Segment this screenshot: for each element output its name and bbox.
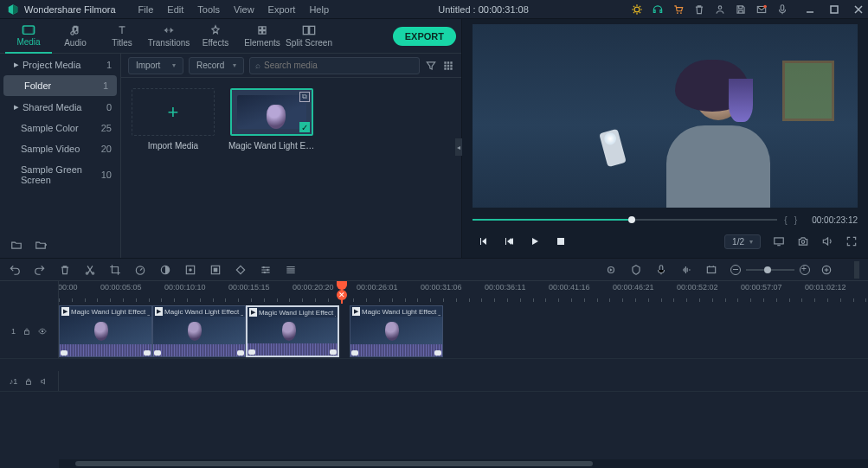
lock-icon[interactable] [24, 377, 33, 386]
clip-handle-right[interactable] [434, 350, 441, 356]
minimize-button[interactable] [804, 3, 816, 16]
marker-icon[interactable] [630, 264, 642, 276]
grid-view-icon[interactable] [442, 60, 454, 72]
clip-handle-right[interactable] [330, 349, 337, 355]
menu-file[interactable]: File [132, 4, 161, 15]
keyframe-icon[interactable] [235, 264, 247, 276]
tab-effects[interactable]: Effects [192, 19, 239, 54]
close-button[interactable] [852, 3, 865, 16]
zoom-out-button[interactable] [730, 265, 741, 275]
expand-toggle[interactable] [854, 261, 859, 279]
tab-media[interactable]: Media [5, 19, 52, 54]
lock-icon[interactable] [23, 327, 31, 336]
tab-titles[interactable]: Titles [99, 19, 145, 54]
audio-track[interactable] [59, 371, 868, 391]
adjust-icon[interactable] [260, 264, 272, 276]
timeline-snapshot-icon[interactable] [705, 264, 717, 276]
trash-icon[interactable] [693, 3, 705, 16]
maximize-button[interactable] [828, 3, 840, 16]
zoom-slider[interactable] [746, 269, 794, 271]
filter-icon[interactable] [425, 60, 437, 72]
speed-icon[interactable] [134, 264, 146, 276]
new-folder-icon[interactable] [10, 239, 23, 251]
menu-edit[interactable]: Edit [160, 4, 190, 15]
import-dropdown[interactable]: Import▾ [128, 57, 183, 74]
tab-transitions[interactable]: Transitions [145, 19, 192, 54]
preview-progress-bar[interactable] [473, 219, 777, 221]
timeline-ruler[interactable]: 00:00:00:0000:00:05:0500:00:10:1000:00:1… [59, 281, 868, 304]
media-clip-card[interactable]: ⧉ ✓ Magic Wand Light Effec... [230, 88, 313, 151]
timeline-clip[interactable]: ▶ Magic Wand Light Effect _ V [152, 305, 246, 357]
menu-view[interactable]: View [227, 4, 261, 15]
tab-elements[interactable]: Elements [239, 19, 286, 54]
scrollbar-thumb[interactable] [75, 461, 593, 466]
progress-knob[interactable] [628, 216, 635, 223]
export-button[interactable]: EXPORT [393, 27, 456, 46]
premium-icon[interactable] [631, 3, 643, 16]
crop-icon[interactable] [109, 264, 121, 276]
split-icon[interactable] [84, 264, 96, 276]
volume-icon[interactable] [821, 235, 833, 247]
record-dropdown[interactable]: Record▾ [189, 57, 244, 74]
render-icon[interactable] [285, 264, 297, 276]
clip-handle-right[interactable] [144, 350, 151, 356]
sidebar-item-folder[interactable]: Folder1 [3, 75, 117, 96]
in-out-brackets[interactable]: {} [784, 215, 797, 225]
sidebar-item-project-media[interactable]: ▸Project Media1 [0, 54, 120, 75]
audio-stretch-icon[interactable] [680, 264, 692, 276]
sidebar-item-sample-video[interactable]: Sample Video20 [0, 138, 120, 159]
display-quality-icon[interactable] [773, 235, 785, 247]
search-media[interactable]: ⌕ [249, 57, 420, 74]
redo-icon[interactable] [34, 264, 46, 276]
clip-handle-left[interactable] [351, 350, 358, 356]
menu-help[interactable]: Help [302, 4, 336, 15]
speaker-icon[interactable] [40, 377, 48, 386]
record-voiceover-icon[interactable] [605, 264, 617, 276]
preview-zoom-dropdown[interactable]: 1/2▾ [724, 234, 761, 249]
sidebar-item-sample-color[interactable]: Sample Color25 [0, 118, 120, 138]
menu-tools[interactable]: Tools [190, 4, 227, 15]
video-track[interactable]: ▶ Magic Wand Light Effect _ V ▶ Magic Wa… [59, 304, 868, 358]
headset-icon[interactable] [652, 3, 664, 16]
save-icon[interactable] [735, 3, 747, 16]
mask-icon[interactable] [209, 264, 222, 276]
zoom-fit-icon[interactable] [820, 264, 833, 276]
zoom-in-button[interactable] [800, 265, 810, 275]
step-back-button[interactable] [502, 234, 516, 248]
timeline-clip[interactable]: ▶ Magic Wand Light Effect _ V [350, 305, 443, 357]
timeline-h-scrollbar[interactable] [59, 459, 868, 468]
prev-frame-button[interactable] [476, 234, 490, 248]
playhead-delete-icon[interactable]: ✕ [337, 290, 347, 300]
clip-handle-left[interactable] [154, 350, 161, 356]
snapshot-icon[interactable] [797, 235, 809, 247]
notification-icon[interactable] [755, 3, 768, 16]
sidebar-item-shared-media[interactable]: ▸Shared Media0 [0, 96, 120, 118]
clip-handle-right[interactable] [237, 350, 244, 356]
timeline-clip[interactable]: ▶ Magic Wand Light Effect _ V [246, 305, 339, 357]
sidebar-item-sample-green-screen[interactable]: Sample Green Screen10 [0, 159, 120, 190]
eye-icon[interactable] [38, 327, 47, 336]
cart-icon[interactable] [672, 3, 685, 16]
preview-screen[interactable] [473, 24, 858, 208]
menu-export[interactable]: Export [261, 4, 303, 15]
tab-audio[interactable]: Audio [52, 19, 99, 54]
clip-handle-left[interactable] [248, 349, 255, 355]
import-media-card[interactable]: + Import Media [132, 88, 215, 151]
playhead[interactable]: ✕ [341, 281, 343, 304]
play-button[interactable] [528, 234, 542, 248]
mic-icon[interactable] [776, 3, 788, 16]
undo-icon[interactable] [9, 264, 21, 276]
search-input[interactable] [264, 61, 414, 70]
panel-collapse-handle[interactable]: ◂ [455, 138, 462, 156]
green-screen-icon[interactable] [184, 264, 196, 276]
stop-button[interactable] [554, 234, 568, 248]
fullscreen-icon[interactable] [845, 235, 858, 247]
audio-mixer-icon[interactable] [655, 264, 667, 276]
tab-splitscreen[interactable]: Split Screen [286, 19, 332, 54]
timeline-clip[interactable]: ▶ Magic Wand Light Effect _ V [59, 305, 152, 357]
delete-icon[interactable] [59, 264, 71, 276]
clip-handle-left[interactable] [61, 350, 68, 356]
account-icon[interactable] [714, 3, 726, 16]
color-icon[interactable] [159, 264, 171, 276]
new-bin-icon[interactable] [35, 239, 47, 251]
